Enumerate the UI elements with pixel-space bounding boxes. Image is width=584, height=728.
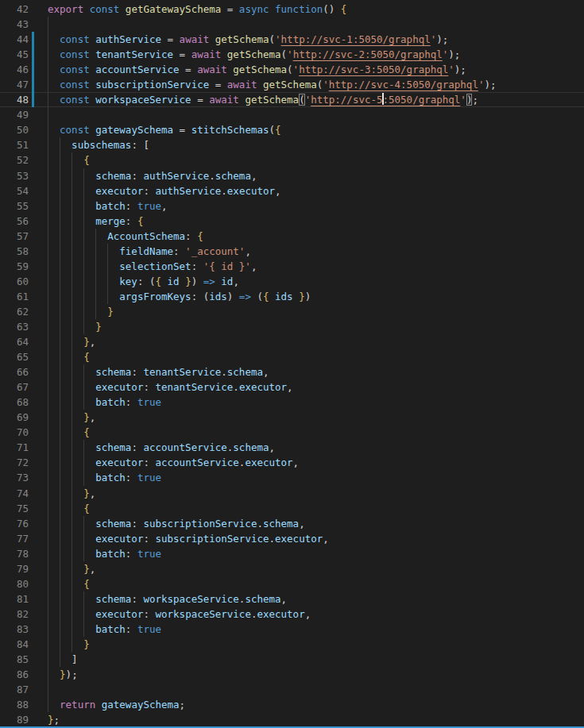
line-number[interactable]: 59 [0,259,29,274]
code-line-54[interactable]: 54 executor: authService.executor, [0,183,584,198]
line-number[interactable]: 79 [0,561,29,576]
line-number[interactable]: 62 [0,304,29,319]
code-line-49[interactable]: 49 [0,107,584,122]
code-line-45[interactable]: 45 const tenantService = await getSchema… [0,47,584,62]
git-modified-indicator[interactable] [32,77,34,92]
line-number[interactable]: 78 [0,546,29,561]
code-text[interactable]: }, [48,334,584,349]
code-line-52[interactable]: 52 { [0,152,584,168]
code-text[interactable]: const tenantService = await getSchema('h… [48,47,584,62]
line-number[interactable]: 61 [0,289,29,304]
code-text[interactable]: { [48,152,584,168]
code-line-58[interactable]: 58 fieldName: '_account', [0,244,584,259]
code-text[interactable]: }, [48,410,584,425]
line-number[interactable]: 74 [0,486,29,501]
code-line-82[interactable]: 82 executor: workspaceService.executor, [0,607,584,622]
code-line-84[interactable]: 84 } [0,637,584,652]
line-number[interactable]: 69 [0,410,29,425]
line-number[interactable]: 64 [0,334,29,349]
code-text[interactable]: }, [48,561,584,576]
code-text[interactable]: const workspaceService = await getSchema… [48,92,584,107]
line-number[interactable]: 66 [0,364,29,379]
line-number[interactable]: 46 [0,62,29,77]
line-number[interactable]: 48 [0,92,29,107]
line-number[interactable]: 65 [0,349,29,364]
code-line-88[interactable]: 88 return gatewaySchema; [0,697,584,712]
line-number[interactable]: 73 [0,470,29,485]
line-number[interactable]: 77 [0,531,29,546]
code-text[interactable]: } [48,319,584,334]
line-number[interactable]: 80 [0,576,29,591]
code-line-72[interactable]: 72 executor: accountService.executor, [0,455,584,470]
code-line-46[interactable]: 46 const accountService = await getSchem… [0,62,584,77]
code-text[interactable]: argsFromKeys: (ids) => ({ ids }) [48,289,584,304]
code-line-56[interactable]: 56 merge: { [0,214,584,229]
line-number[interactable]: 63 [0,319,29,334]
code-text[interactable]: executor: subscriptionService.executor, [48,531,584,546]
line-number[interactable]: 52 [0,152,29,168]
code-text[interactable]: batch: true, [48,198,584,214]
code-text[interactable]: return gatewaySchema; [48,697,584,712]
code-line-71[interactable]: 71 schema: accountService.schema, [0,440,584,455]
code-text[interactable]: { [48,349,584,364]
code-line-83[interactable]: 83 batch: true [0,622,584,637]
line-number[interactable]: 56 [0,214,29,229]
code-line-47[interactable]: 47 const subscriptionService = await get… [0,77,584,92]
code-line-69[interactable]: 69 }, [0,410,584,425]
code-text[interactable]: merge: { [48,214,584,229]
code-text[interactable]: selectionSet: '{ id }', [48,259,584,274]
code-text[interactable]: batch: true [48,546,584,561]
line-number[interactable]: 53 [0,168,29,183]
code-text[interactable]: } [48,304,584,319]
code-text[interactable]: schema: accountService.schema, [48,440,584,455]
code-text[interactable]: executor: accountService.executor, [48,455,584,470]
line-number[interactable]: 70 [0,425,29,440]
code-text[interactable]: export const getGatewaySchema = async fu… [48,2,584,17]
line-number[interactable]: 68 [0,395,29,410]
code-text[interactable]: }, [48,486,584,501]
code-text[interactable]: const subscriptionService = await getSch… [48,77,584,92]
code-editor[interactable]: 42export const getGatewaySchema = async … [0,0,584,728]
line-number[interactable]: 47 [0,77,29,92]
code-line-51[interactable]: 51 subschemas: [ [0,137,584,152]
code-line-53[interactable]: 53 schema: authService.schema, [0,168,584,183]
code-text[interactable] [48,682,584,697]
code-text[interactable]: const gatewaySchema = stitchSchemas({ [48,122,584,137]
code-text[interactable] [48,17,584,32]
code-line-86[interactable]: 86 }); [0,667,584,682]
code-line-44[interactable]: 44 const authService = await getSchema('… [0,32,584,47]
code-line-74[interactable]: 74 }, [0,486,584,501]
line-number[interactable]: 58 [0,244,29,259]
line-number[interactable]: 44 [0,32,29,47]
code-line-81[interactable]: 81 schema: workspaceService.schema, [0,591,584,607]
line-number[interactable]: 57 [0,229,29,244]
code-line-67[interactable]: 67 executor: tenantService.executor, [0,379,584,395]
code-text[interactable]: schema: workspaceService.schema, [48,591,584,607]
code-text[interactable]: }; [48,712,584,727]
line-number[interactable]: 83 [0,622,29,637]
line-number[interactable]: 89 [0,712,29,727]
code-text[interactable]: } [48,637,584,652]
line-number[interactable]: 54 [0,183,29,198]
code-line-66[interactable]: 66 schema: tenantService.schema, [0,364,584,379]
code-text[interactable]: { [48,576,584,591]
code-text[interactable]: { [48,425,584,440]
code-text[interactable]: { [48,501,584,516]
code-line-70[interactable]: 70 { [0,425,584,440]
git-modified-indicator[interactable] [32,32,34,47]
code-line-85[interactable]: 85 ] [0,652,584,667]
code-line-48[interactable]: 48 const workspaceService = await getSch… [0,92,584,107]
code-line-64[interactable]: 64 }, [0,334,584,349]
git-modified-indicator[interactable] [32,47,34,62]
code-line-55[interactable]: 55 batch: true, [0,198,584,214]
line-number[interactable]: 75 [0,501,29,516]
line-number[interactable]: 72 [0,455,29,470]
line-number[interactable]: 50 [0,122,29,137]
code-text[interactable]: subschemas: [ [48,137,584,152]
code-line-87[interactable]: 87 [0,682,584,697]
line-number[interactable]: 49 [0,107,29,122]
line-number[interactable]: 88 [0,697,29,712]
code-text[interactable]: }); [48,667,584,682]
code-text[interactable]: batch: true [48,470,584,485]
code-text[interactable]: schema: subscriptionService.schema, [48,516,584,531]
